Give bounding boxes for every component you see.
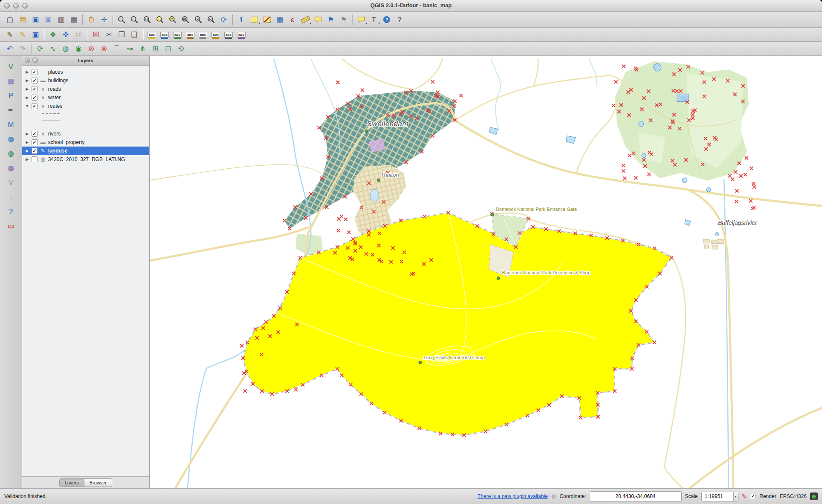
layer-checkbox[interactable]: ✓ [32, 103, 38, 109]
panel-detach-icon[interactable] [32, 58, 38, 63]
add-mssql-layer-button[interactable]: M [4, 119, 17, 130]
split-features-button[interactable]: ⋔ [136, 43, 149, 55]
help-button[interactable]: ? [380, 14, 393, 26]
add-raster-layer-button[interactable]: ▦ [4, 75, 17, 87]
stop-rendering-icon[interactable]: ✎ [742, 493, 747, 500]
layer-checkbox[interactable]: ✓ [32, 95, 38, 101]
move-feature-button[interactable]: ✜ [59, 29, 72, 40]
add-vector-layer-button[interactable]: V [4, 61, 17, 72]
layer-item-buildings[interactable]: ▶✓▬buildings [22, 76, 149, 85]
add-wms-layer-button[interactable]: ◍ [4, 133, 17, 145]
pin-labels-button[interactable]: abc [184, 29, 197, 40]
coordinate-input[interactable] [590, 491, 682, 502]
zoom-to-selection-button[interactable]: ▭ [166, 14, 179, 26]
whats-this-button[interactable]: ? [393, 14, 406, 26]
add-part-button[interactable]: ◉ [72, 43, 85, 55]
zoom-native-button[interactable]: 1:1 [141, 14, 153, 26]
layer-checkbox[interactable] [32, 156, 38, 162]
map-tips-button[interactable] [312, 14, 324, 26]
text-annotation-button[interactable]: T▾ [368, 14, 380, 26]
layer-checkbox[interactable]: ✓ [32, 131, 38, 137]
move-label-button[interactable]: abc [158, 29, 171, 40]
layer-item-landuse[interactable]: ▶✓✎landuse [22, 147, 149, 155]
highlight-pinned-labels-button[interactable]: abc [209, 29, 222, 40]
zoom-in-button[interactable]: + [115, 14, 128, 26]
layer-item-roads[interactable]: ▶✓∨roads [22, 85, 149, 93]
open-project-button[interactable]: ▤ [16, 14, 29, 26]
delete-part-button[interactable]: ⊗ [98, 43, 110, 55]
add-spatialite-layer-button[interactable]: ✒ [4, 104, 17, 116]
map-canvas[interactable]: Swellendam Railton Bontebok National Par… [150, 56, 822, 488]
show-bookmarks-button[interactable]: ⚑ [337, 14, 350, 26]
layer-item-routes[interactable]: ▼✓∨routes [22, 102, 149, 110]
new-shapefile-layer-button[interactable]: V [4, 177, 17, 188]
new-spatialite-layer-button[interactable]: ▭ [4, 220, 17, 232]
new-print-composer-button[interactable]: ▥ [55, 14, 67, 26]
expander-icon[interactable]: ▶ [24, 70, 30, 74]
cut-features-button[interactable]: ✂ [102, 29, 115, 40]
select-features-button[interactable]: ▾ [248, 14, 260, 26]
toggle-editing-button[interactable]: ✎ [16, 29, 29, 40]
expander-icon[interactable]: ▶ [24, 87, 30, 91]
crs-status-icon[interactable]: ⊕ [810, 492, 818, 500]
panel-tab-layers[interactable]: Layers [59, 478, 84, 487]
pan-map-button[interactable] [85, 14, 98, 26]
new-project-button[interactable]: ▢ [3, 14, 16, 26]
zoom-full-button[interactable] [153, 14, 166, 26]
layer-item-water[interactable]: ▶✓∨water [22, 93, 149, 102]
reshape-features-button[interactable]: ↝ [123, 43, 136, 55]
plugin-link[interactable]: There is a new plugin available [478, 493, 548, 499]
simplify-feature-button[interactable]: ∿ [46, 43, 59, 55]
expander-icon[interactable]: ▶ [24, 78, 30, 83]
save-project-button[interactable]: ▣ [29, 14, 42, 26]
scale-combo[interactable]: 1:19951 ▾ [701, 492, 738, 501]
zoom-out-button[interactable]: − [128, 14, 141, 26]
delete-ring-button[interactable]: ⊘ [85, 43, 98, 55]
zoom-next-button[interactable]: ▸ [205, 14, 217, 26]
composer-manager-button[interactable]: ▦ [67, 14, 80, 26]
current-edits-button[interactable]: ✎ [3, 29, 16, 40]
node-tool-button[interactable]: ∷ [72, 29, 85, 40]
add-wcs-layer-button[interactable]: ◍ [4, 148, 17, 159]
save-project-as-button[interactable]: ▣ [42, 14, 55, 26]
expander-icon[interactable]: ▶ [24, 140, 30, 144]
undo-button[interactable]: ↶ [3, 43, 16, 55]
add-feature-button[interactable]: ❖ [46, 29, 59, 40]
label-properties-button[interactable]: abc [235, 29, 248, 40]
expander-icon[interactable]: ▶ [24, 95, 30, 100]
offset-curve-button[interactable]: ⌒ [110, 43, 123, 55]
save-layer-edits-button[interactable]: ▣ [29, 29, 42, 40]
field-calculator-button[interactable]: ε [286, 14, 299, 26]
rotate-feature-button[interactable]: ⟳ [34, 43, 46, 55]
layer-item-places[interactable]: ▶✓∴places [22, 68, 149, 76]
layer-item-rivers[interactable]: ▶✓∨rivers [22, 130, 149, 138]
log-messages-icon[interactable]: ⊘ [551, 493, 556, 500]
expander-icon[interactable]: ▶ [24, 149, 30, 153]
annotation-button[interactable]: ▾ [355, 14, 368, 26]
paste-features-button[interactable]: ❑ [128, 29, 141, 40]
expander-icon[interactable]: ▼ [24, 104, 30, 108]
merge-features-button[interactable]: ⊞ [149, 43, 162, 55]
layer-checkbox[interactable]: ✓ [32, 148, 38, 154]
panel-close-icon[interactable]: × [25, 58, 30, 63]
layer-checkbox[interactable]: ✓ [32, 78, 38, 84]
merge-attributes-button[interactable]: ⊡ [162, 43, 174, 55]
add-delimited-text-layer-button[interactable]: , [4, 191, 17, 203]
layer-checkbox[interactable]: ✓ [32, 69, 38, 75]
chevron-down-icon[interactable]: ▾ [733, 492, 738, 501]
panel-tab-browser[interactable]: Browser [84, 478, 112, 487]
render-checkbox[interactable]: ✓ [750, 494, 756, 499]
rotate-point-symbols-button[interactable]: ⟲ [174, 43, 187, 55]
add-wfs-layer-button[interactable]: ◍ [4, 162, 17, 174]
identify-button[interactable]: ℹ [235, 14, 248, 26]
layer-item-3420C_2010_327_RGB_LATLNG[interactable]: ▶▦3420C_2010_327_RGB_LATLNG [22, 155, 149, 164]
change-label-button[interactable]: abc [222, 29, 235, 40]
deselect-features-button[interactable] [260, 14, 273, 26]
refresh-button[interactable]: ⟳ [217, 14, 230, 26]
redo-button[interactable]: ↷ [16, 43, 29, 55]
expander-icon[interactable]: ▶ [24, 132, 30, 136]
new-bookmark-button[interactable]: ⚑ [324, 14, 337, 26]
layer-checkbox[interactable]: ✓ [32, 139, 38, 145]
add-postgis-layer-button[interactable]: P [4, 90, 17, 101]
zoom-last-button[interactable]: ◂ [192, 14, 205, 26]
